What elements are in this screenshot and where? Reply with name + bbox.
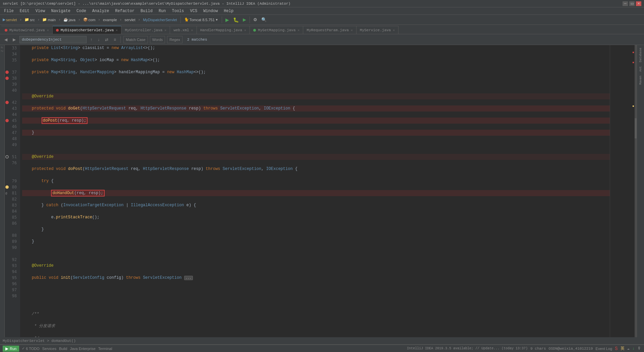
menu-build[interactable]: Build xyxy=(138,8,155,14)
tab-mydispatcherservlet[interactable]: MyDispatcherServlet.java ✕ xyxy=(53,26,121,34)
close-button[interactable]: ✕ xyxy=(636,1,641,6)
search-nav-next[interactable]: ↓ xyxy=(96,36,101,43)
fold-marker-52[interactable]: ... xyxy=(184,276,193,280)
todo-icon: ✓ xyxy=(22,346,25,351)
status-icon-3[interactable]: ☁ xyxy=(627,346,630,351)
breakpoint-45[interactable] xyxy=(5,119,9,122)
toolbar-src[interactable]: 📁 src xyxy=(23,17,36,23)
search-next-button[interactable]: ▶ xyxy=(11,36,17,43)
database-tab[interactable]: Database xyxy=(638,46,643,63)
todo-btn[interactable]: ✓ 6 TODO xyxy=(22,346,40,351)
tab-close-handlermapping[interactable]: ✕ xyxy=(244,28,246,32)
words-button[interactable]: Words xyxy=(150,36,165,43)
maven-tab[interactable]: Maven xyxy=(638,74,643,86)
minimap xyxy=(610,45,637,337)
breakpoint-42[interactable] xyxy=(5,101,9,104)
toolbar-main[interactable]: 📁 main xyxy=(41,17,57,23)
menu-code[interactable]: Code xyxy=(74,8,89,14)
menu-edit[interactable]: Edit xyxy=(17,8,32,14)
status-icon-1[interactable]: S xyxy=(615,346,618,351)
search-input[interactable] xyxy=(22,38,75,42)
tab-handlermapping[interactable]: HandlerMapping.java ✕ xyxy=(197,26,250,34)
menu-file[interactable]: File xyxy=(1,8,16,14)
match-case-button[interactable]: Match Case xyxy=(123,36,148,43)
breakpoint-38[interactable] xyxy=(5,77,9,80)
services-btn[interactable]: Services xyxy=(42,347,56,351)
file-path-text: MyDispatcherServlet > doHandOut() xyxy=(3,339,76,343)
toolbar-project[interactable]: ▶ servlet xyxy=(1,17,18,23)
code-line-78: /** xyxy=(22,311,610,317)
todo-label: 6 TODO xyxy=(26,347,40,351)
status-icon-5[interactable]: 🎙 xyxy=(637,346,641,351)
search-prev-button[interactable]: ◀ xyxy=(3,36,9,43)
line-89-num: 89 xyxy=(5,238,19,245)
menu-help[interactable]: Help xyxy=(221,8,236,14)
regex-button[interactable]: Regex xyxy=(167,36,182,43)
minimize-button[interactable]: ─ xyxy=(623,1,628,6)
menu-window[interactable]: Window xyxy=(201,8,220,14)
run-config-btn[interactable]: 🐈 Tomcat 8.5.751 ▼ xyxy=(183,17,220,23)
terminal-btn[interactable]: Terminal xyxy=(98,347,112,351)
code-line-76 xyxy=(22,287,610,293)
restore-button[interactable]: ▭ xyxy=(629,1,635,6)
tab-myautowired[interactable]: MyAutowired.java ✕ xyxy=(1,26,53,34)
menu-refactor[interactable]: Refactor xyxy=(112,8,137,14)
code-line-37: @Override xyxy=(22,93,610,99)
menu-analyze[interactable]: Analyze xyxy=(90,8,112,14)
tab-webxml[interactable]: web.xml ✕ xyxy=(170,26,197,34)
tab-close-mycontroller[interactable]: ✕ xyxy=(164,28,166,32)
menu-run[interactable]: Run xyxy=(156,8,169,14)
status-bar: ▶ Run ✓ 6 TODO Services Build Java Enter… xyxy=(0,345,644,352)
menu-vcs[interactable]: VCS xyxy=(187,8,200,14)
settings-button[interactable]: ⚙ xyxy=(252,16,259,23)
tab-mygetmapping[interactable]: MyGetMapping.java ✕ xyxy=(250,26,303,34)
tab-close-myrequestparam[interactable]: ✕ xyxy=(351,28,353,32)
ant-tab[interactable]: Ant xyxy=(638,65,643,73)
event-log-btn[interactable]: Event Log xyxy=(596,347,612,351)
search-nav-prev[interactable]: ↑ xyxy=(89,36,94,43)
line-48-num: 48 xyxy=(5,136,19,142)
run-coverage-button[interactable]: ▶ xyxy=(241,16,248,23)
scrollbar[interactable] xyxy=(635,45,637,337)
tab-close-webxml[interactable]: ✕ xyxy=(191,28,193,32)
toolbar-com[interactable]: 📦 com xyxy=(82,17,97,23)
java-enterprise-btn[interactable]: Java Enterprise xyxy=(70,347,95,351)
fold-marker-81[interactable]: @ xyxy=(5,190,7,196)
search-filter-btn[interactable]: ≡ xyxy=(112,36,118,43)
status-icon-2[interactable]: 英 xyxy=(621,346,625,351)
project-icon[interactable]: P xyxy=(1,46,4,48)
bookmark-80[interactable] xyxy=(5,185,9,189)
bookmark-51[interactable] xyxy=(5,155,9,159)
tab-myrequestparam[interactable]: MyRequestParam.java ✕ xyxy=(303,26,356,34)
code-line-40: } xyxy=(22,130,610,136)
tab-close-myservice[interactable]: ✕ xyxy=(393,28,395,32)
search-everywhere-button[interactable]: 🔍 xyxy=(260,16,268,23)
search-replace-btn[interactable]: ⇄ xyxy=(103,36,110,43)
toolbar-servlet[interactable]: servlet xyxy=(123,17,137,23)
menu-navigate[interactable]: Navigate xyxy=(48,8,73,14)
toolbar-mydispatcher[interactable]: MyDispatcherServlet xyxy=(142,17,178,23)
scrollbar-thumb[interactable] xyxy=(635,118,637,138)
code-line-48: } xyxy=(22,226,610,232)
toolbar-java[interactable]: ☕ java xyxy=(62,17,77,23)
menu-tools[interactable]: Tools xyxy=(169,8,187,14)
build-btn[interactable]: Build xyxy=(59,347,67,351)
status-icon-4[interactable]: ↓ xyxy=(632,346,635,351)
tab-close-mydispatcher[interactable]: ✕ xyxy=(116,28,118,32)
line-38-num: 38 xyxy=(5,75,19,81)
tab-close-mygetmapping[interactable]: ✕ xyxy=(298,28,300,32)
match-count: 2 matches xyxy=(187,38,207,42)
window-controls[interactable]: ─ ▭ ✕ xyxy=(623,1,641,6)
menu-bar: File Edit View Navigate Code Analyze Ref… xyxy=(0,7,644,15)
breakpoint-37[interactable] xyxy=(5,71,9,74)
code-editor[interactable]: private List<String> classList = new Arr… xyxy=(20,45,610,337)
tab-mycontroller[interactable]: MyController.java ✕ xyxy=(121,26,170,34)
toolbar-example[interactable]: example xyxy=(102,17,118,23)
run-status-btn[interactable]: ▶ Run xyxy=(3,346,19,352)
tab-myservice[interactable]: MyService.java ✕ xyxy=(357,26,398,34)
tab-close-myautowired[interactable]: ✕ xyxy=(47,28,49,32)
menu-view[interactable]: View xyxy=(33,8,48,14)
structure-icon[interactable]: Z xyxy=(1,50,4,52)
debug-button[interactable]: 🐛 xyxy=(232,16,240,23)
run-button[interactable]: ▶ xyxy=(224,16,230,23)
